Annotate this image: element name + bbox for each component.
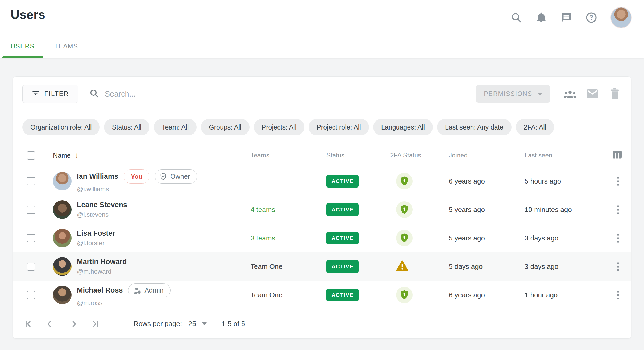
search-icon [89,89,99,99]
column-header-status[interactable]: Status [318,152,382,159]
row-menu-kebab-icon[interactable] [614,203,622,217]
column-header-teams[interactable]: Teams [243,152,318,159]
teams-link[interactable]: 4 teams [251,206,275,214]
pagination-range: 1-5 of 5 [222,320,245,328]
chip-organization-role[interactable]: Organization role: All [22,119,100,135]
avatar [53,229,72,247]
filter-chips-row: Organization role: All Status: All Team:… [13,111,631,144]
row-menu-kebab-icon[interactable] [614,288,622,302]
last-seen-cell: 10 minutes ago [517,206,606,214]
top-right-actions: ? [510,7,632,28]
avatar [53,286,72,304]
row-menu-kebab-icon[interactable] [614,260,622,274]
first-page-icon [24,319,33,328]
row-menu-kebab-icon[interactable] [614,174,622,188]
tab-users[interactable]: USERS [11,43,35,58]
avatar [53,257,72,276]
users-table-card: FILTER PERMISSIONS [13,76,631,339]
table-row[interactable]: Lisa Foster @l.forster 3 teams ACTIVE 5 … [13,224,631,252]
delete-users-button[interactable] [608,87,622,101]
user-handle: @l.stevens [77,211,127,218]
rows-per-page-label: Rows per page: [134,320,182,328]
row-checkbox[interactable] [27,262,35,271]
tab-bar: USERS TEAMS [11,43,78,58]
user-name: Martin Howard [77,258,127,266]
send-email-button[interactable] [585,87,599,101]
chevron-left-icon [45,319,54,328]
2fa-enabled-icon [396,287,413,303]
filter-button-label: FILTER [44,90,69,98]
2fa-warning-icon [396,260,408,273]
notifications-bell-icon[interactable] [535,12,547,23]
avatar [53,200,72,219]
sort-descending-icon[interactable]: ↓ [75,152,79,159]
teams-link[interactable]: 3 teams [251,234,275,242]
user-handle: @m.howard [77,268,127,275]
add-to-group-button[interactable] [563,87,577,101]
user-handle: @l.forster [77,239,115,247]
chip-last-seen[interactable]: Last seen: Any date [437,119,512,135]
column-header-last-seen[interactable]: Last seen [517,152,606,159]
admin-badge: Admin [128,283,171,297]
previous-page-button[interactable] [43,318,56,330]
chevron-right-icon [69,319,78,328]
chat-icon[interactable] [560,12,572,23]
user-name: Ian Williams [77,172,118,181]
admin-person-gear-icon [133,287,141,294]
joined-cell: 5 years ago [441,234,517,242]
status-badge: ACTIVE [326,203,359,216]
user-name: Michael Ross [77,286,123,294]
row-checkbox[interactable] [27,206,35,214]
chip-project-role[interactable]: Project role: All [309,119,369,135]
help-icon[interactable]: ? [585,12,597,23]
row-checkbox[interactable] [27,177,35,185]
group-icon [563,89,577,98]
tab-teams[interactable]: TEAMS [54,43,78,58]
user-handle: @m.ross [77,299,171,307]
2fa-enabled-icon [396,201,413,218]
table-row[interactable]: Leane Stevens @l.stevens 4 teams ACTIVE … [13,195,631,224]
search-input[interactable] [105,90,465,98]
row-checkbox[interactable] [27,291,35,299]
trash-icon [610,88,620,99]
joined-cell: 5 days ago [441,262,517,271]
permissions-dropdown-button[interactable]: PERMISSIONS [476,85,550,103]
columns-settings-icon[interactable] [613,151,622,160]
next-page-button[interactable] [68,318,80,330]
filter-button[interactable]: FILTER [22,85,78,103]
select-all-checkbox[interactable] [27,151,35,160]
teams-cell: Team One [251,291,282,299]
chip-projects[interactable]: Projects: All [254,119,305,135]
table-row[interactable]: Michael Ross Admin @m.ross Team One ACTI… [13,281,631,309]
last-page-button[interactable] [88,318,101,330]
row-menu-kebab-icon[interactable] [614,231,622,245]
rows-per-page-select[interactable]: 25 [188,320,207,328]
column-header-joined[interactable]: Joined [441,152,517,159]
first-page-button[interactable] [22,318,35,330]
table-row[interactable]: Martin Howard @m.howard Team One ACTIVE … [13,252,631,281]
row-checkbox[interactable] [27,234,35,242]
table-row[interactable]: Ian Williams You Owner @i.williams ACTIV… [13,167,631,195]
status-badge: ACTIVE [326,260,359,273]
last-seen-cell: 5 hours ago [517,177,606,185]
chip-2fa[interactable]: 2FA: All [516,119,554,135]
last-seen-cell: 3 days ago [517,234,606,242]
users-admin-page: Users ? USERS TEAMS [0,0,644,350]
table-header-row: Name ↓ Teams Status 2FA Status Joined La… [13,144,631,167]
search-icon[interactable] [510,12,522,23]
mail-icon [587,89,598,99]
chip-team[interactable]: Team: All [154,119,197,135]
admin-badge-label: Admin [145,286,164,294]
user-avatar[interactable] [610,7,632,28]
column-header-2fa[interactable]: 2FA Status [382,152,441,159]
last-page-icon [90,319,99,328]
last-seen-cell: 1 hour ago [517,291,606,299]
chip-status[interactable]: Status: All [104,119,149,135]
status-badge: ACTIVE [326,232,359,244]
owner-badge: Owner [155,169,197,184]
teams-cell: Team One [251,262,282,271]
column-header-name[interactable]: Name ↓ [50,152,243,159]
shield-check-icon [160,173,167,180]
chip-languages[interactable]: Languages: All [373,119,433,135]
chip-groups[interactable]: Groups: All [201,119,249,135]
